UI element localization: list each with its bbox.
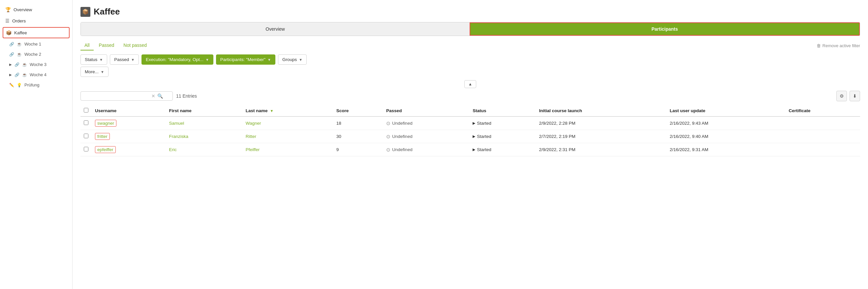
dropdown-participants[interactable]: Participants: "Member" ▼ bbox=[216, 54, 275, 65]
woche1-link-icon: 🔗 bbox=[9, 42, 14, 47]
table-row: epfeiffer Eric Pfeiffer 9 ⊙ Undefined ▶ … bbox=[81, 143, 860, 156]
col-header-lastname[interactable]: Last name ▼ bbox=[242, 105, 333, 116]
filter-tabs-left: All Passed Not passed bbox=[81, 40, 151, 51]
dropdown-passed[interactable]: Passed ▼ bbox=[110, 54, 139, 65]
search-input[interactable] bbox=[84, 94, 149, 99]
filter-tab-passed[interactable]: Passed bbox=[95, 40, 118, 51]
row-username[interactable]: fritter bbox=[92, 130, 165, 143]
row-firstname: Eric bbox=[165, 143, 242, 156]
pruefung-pencil-icon: ✏️ bbox=[9, 83, 14, 87]
dropdowns-row-2: More... ▼ bbox=[81, 67, 860, 77]
row-username[interactable]: epfeiffer bbox=[92, 143, 165, 156]
row-certificate bbox=[785, 143, 860, 156]
row-select-checkbox[interactable] bbox=[84, 134, 88, 138]
table-row: fritter Franziska Ritter 30 ⊙ Undefined … bbox=[81, 130, 860, 143]
row-status: ▶ Started bbox=[469, 143, 535, 156]
table-header-checkbox bbox=[81, 105, 92, 116]
dropdowns-row: Status ▼ Passed ▼ Execution: "Mandatory,… bbox=[81, 54, 860, 65]
sidebar-item-woche1[interactable]: 🔗 ☕ Woche 1 bbox=[0, 39, 72, 49]
row-last-update: 2/16/2022, 9:40 AM bbox=[666, 130, 785, 143]
started-play-icon: ▶ bbox=[473, 147, 475, 152]
collapse-bar: ▲ bbox=[81, 80, 860, 88]
sidebar-item-kaffee[interactable]: 📦 Kaffee bbox=[3, 27, 70, 38]
search-box: ✕ 🔍 bbox=[81, 91, 173, 100]
sidebar-woche2-label: Woche 2 bbox=[24, 52, 41, 57]
woche3-expand-icon: ▶ bbox=[9, 63, 12, 66]
download-button[interactable]: ⬇ bbox=[849, 91, 860, 101]
sidebar-kaffee-label: Kaffee bbox=[14, 30, 27, 35]
row-last-update: 2/16/2022, 9:43 AM bbox=[666, 116, 785, 130]
row-initial-launch: 2/9/2022, 2:31 PM bbox=[536, 143, 666, 156]
filter-tab-all[interactable]: All bbox=[81, 40, 94, 51]
sidebar-woche1-label: Woche 1 bbox=[24, 41, 41, 47]
col-header-initial-launch: Initial course launch bbox=[536, 105, 666, 116]
trash-icon: 🗑 bbox=[816, 43, 821, 48]
chevron-down-icon: ▼ bbox=[299, 58, 302, 62]
table-header: Username First name Last name ▼ Score Pa… bbox=[81, 105, 860, 116]
row-lastname: Ritter bbox=[242, 130, 333, 143]
row-select-checkbox[interactable] bbox=[84, 120, 88, 125]
row-certificate bbox=[785, 116, 860, 130]
col-header-firstname: First name bbox=[165, 105, 242, 116]
sidebar-pruefung-label: Prüfung bbox=[24, 83, 39, 87]
woche4-link-icon: 🔗 bbox=[14, 73, 20, 77]
settings-button[interactable]: ⚙ bbox=[836, 91, 847, 101]
row-score: 30 bbox=[333, 130, 383, 143]
col-header-score: Score bbox=[333, 105, 383, 116]
sidebar-item-pruefung[interactable]: ✏️ 💡 Prüfung bbox=[0, 80, 72, 90]
table-body: swagner Samuel Wagner 18 ⊙ Undefined ▶ S… bbox=[81, 116, 860, 156]
sidebar-woche4-label: Woche 4 bbox=[30, 72, 46, 77]
table-row: swagner Samuel Wagner 18 ⊙ Undefined ▶ S… bbox=[81, 116, 860, 130]
woche4-coffee-icon: ☕ bbox=[22, 73, 27, 77]
chevron-up-icon: ▲ bbox=[468, 82, 472, 86]
dropdown-groups[interactable]: Groups ▼ bbox=[278, 54, 307, 65]
search-icon[interactable]: 🔍 bbox=[157, 93, 163, 99]
action-icons: ⚙ ⬇ bbox=[836, 91, 860, 101]
search-row: ✕ 🔍 11 Entries ⚙ ⬇ bbox=[81, 91, 860, 101]
col-header-username: Username bbox=[92, 105, 165, 116]
sidebar-item-orders[interactable]: ☰ Orders bbox=[0, 15, 72, 26]
row-passed: ⊙ Undefined bbox=[383, 130, 469, 143]
row-checkbox bbox=[81, 143, 92, 156]
row-select-checkbox[interactable] bbox=[84, 147, 88, 151]
select-all-checkbox[interactable] bbox=[84, 108, 88, 113]
row-status: ▶ Started bbox=[469, 116, 535, 130]
dropdown-execution[interactable]: Execution: "Mandatory, Opt... ▼ bbox=[142, 54, 213, 65]
woche3-coffee-icon: ☕ bbox=[22, 62, 27, 67]
row-score: 18 bbox=[333, 116, 383, 130]
main-content: 📦 Kaffee Overview Participants All Passe… bbox=[72, 0, 868, 289]
dropdown-more[interactable]: More... ▼ bbox=[81, 67, 108, 77]
chevron-down-icon: ▼ bbox=[101, 70, 104, 74]
chevron-down-icon: ▼ bbox=[268, 58, 271, 62]
tab-participants[interactable]: Participants bbox=[470, 23, 860, 36]
woche1-coffee-icon: ☕ bbox=[17, 42, 22, 47]
page-box-icon: 📦 bbox=[81, 7, 90, 17]
row-username[interactable]: swagner bbox=[92, 116, 165, 130]
filter-tabs-row: All Passed Not passed 🗑 Remove active fi… bbox=[81, 40, 860, 51]
woche3-link-icon: 🔗 bbox=[14, 62, 20, 67]
undefined-dot-icon: ⊙ bbox=[386, 134, 391, 140]
filter-tab-not-passed[interactable]: Not passed bbox=[119, 40, 151, 51]
dropdown-status[interactable]: Status ▼ bbox=[81, 54, 107, 65]
remove-filter-btn[interactable]: 🗑 Remove active filter bbox=[816, 43, 860, 48]
row-firstname: Samuel bbox=[165, 116, 242, 130]
sidebar-woche3-label: Woche 3 bbox=[30, 62, 46, 67]
tab-overview[interactable]: Overview bbox=[81, 23, 470, 36]
sort-desc-icon: ▼ bbox=[270, 109, 273, 113]
main-tabs: Overview Participants bbox=[81, 22, 860, 36]
sidebar-item-woche2[interactable]: 🔗 ☕ Woche 2 bbox=[0, 49, 72, 59]
sidebar-item-overview[interactable]: 🏆 Overview bbox=[0, 4, 72, 15]
row-status: ▶ Started bbox=[469, 130, 535, 143]
sidebar-item-woche3[interactable]: ▶ 🔗 ☕ Woche 3 bbox=[0, 59, 72, 69]
clear-icon[interactable]: ✕ bbox=[151, 93, 155, 99]
col-header-certificate: Certificate bbox=[785, 105, 860, 116]
chevron-down-icon: ▼ bbox=[131, 58, 134, 62]
started-play-icon: ▶ bbox=[473, 134, 475, 139]
row-lastname: Pfeiffer bbox=[242, 143, 333, 156]
kaffee-icon: 📦 bbox=[6, 30, 11, 35]
sidebar-item-woche4[interactable]: ▶ 🔗 ☕ Woche 4 bbox=[0, 69, 72, 80]
collapse-button[interactable]: ▲ bbox=[464, 80, 476, 88]
row-initial-launch: 2/9/2022, 2:28 PM bbox=[536, 116, 666, 130]
col-header-last-update: Last user update bbox=[666, 105, 785, 116]
participants-table: Username First name Last name ▼ Score Pa… bbox=[81, 105, 860, 156]
